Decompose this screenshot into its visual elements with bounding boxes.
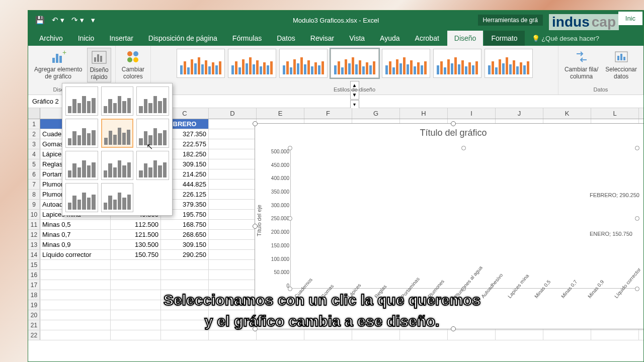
quick-layout-option-11[interactable]	[101, 183, 134, 212]
column-header-I[interactable]: I	[448, 108, 496, 119]
cell[interactable]: 309.150	[161, 240, 209, 249]
tell-me-search[interactable]: 💡 ¿Qué desea hacer?	[526, 31, 606, 46]
row-header-7[interactable]: 7	[28, 179, 40, 189]
column-header-J[interactable]: J	[496, 108, 543, 119]
row-header-5[interactable]: 5	[28, 159, 40, 169]
column-header-H[interactable]: H	[400, 108, 448, 119]
cell[interactable]	[209, 230, 257, 239]
select-all-corner[interactable]	[28, 108, 40, 119]
plot-area[interactable]	[290, 149, 636, 289]
cell[interactable]: 168.750	[161, 220, 209, 229]
row-header-2[interactable]: 2	[28, 129, 40, 139]
row-header-10[interactable]: 10	[28, 210, 40, 219]
cell[interactable]: Minas 0,5	[40, 220, 111, 229]
quick-layout-option-3[interactable]	[136, 86, 169, 116]
chart-style-option-4[interactable]	[331, 49, 379, 78]
tab-formulas[interactable]: Fórmulas	[225, 31, 269, 46]
tab-datos[interactable]: Datos	[270, 31, 302, 46]
cell[interactable]: 268.650	[161, 230, 209, 239]
cell[interactable]	[209, 280, 257, 290]
cell[interactable]	[209, 179, 257, 189]
select-data-button[interactable]: Seleccionar datos	[603, 48, 639, 81]
cell[interactable]	[209, 139, 257, 149]
column-header-D[interactable]: D	[209, 108, 257, 119]
chart-style-option-5[interactable]	[382, 49, 430, 78]
cell[interactable]	[209, 149, 257, 159]
quick-layout-option-9[interactable]	[136, 151, 169, 180]
row-header-17[interactable]: 17	[28, 280, 40, 290]
quick-layout-option-2[interactable]	[101, 86, 134, 116]
row-header-16[interactable]: 16	[28, 270, 40, 280]
row-header-15[interactable]: 15	[28, 260, 40, 269]
column-header-F[interactable]: F	[304, 108, 352, 119]
cell[interactable]: 112.500	[111, 220, 161, 229]
tab-formato[interactable]: Formato	[484, 31, 524, 46]
sign-in-button[interactable]: Inic	[618, 12, 642, 25]
row-header-1[interactable]: 1	[28, 119, 40, 129]
cell[interactable]	[161, 270, 209, 280]
column-header-E[interactable]: E	[257, 108, 304, 119]
cell[interactable]	[209, 240, 257, 249]
tab-vista[interactable]: Vista	[342, 31, 372, 46]
cell[interactable]: Minas 0,9	[40, 240, 111, 249]
quick-layout-option-10[interactable]	[65, 183, 98, 212]
cell[interactable]	[209, 129, 257, 139]
cell[interactable]: 150.750	[111, 250, 161, 259]
cell[interactable]	[161, 260, 209, 269]
row-header-6[interactable]: 6	[28, 169, 40, 179]
quick-layout-option-4[interactable]	[65, 119, 98, 148]
tab-archivo[interactable]: Archivo	[32, 31, 70, 46]
chart-style-option-7[interactable]	[485, 49, 533, 78]
cell[interactable]: Líquido corrector	[40, 250, 111, 259]
quick-layout-option-7[interactable]	[65, 151, 98, 180]
row-header-11[interactable]: 11	[28, 220, 40, 229]
tab-acrobat[interactable]: Acrobat	[408, 31, 446, 46]
data-label-callout[interactable]: FEBRERO; 290.250	[588, 192, 641, 199]
quick-layout-option-1[interactable]	[65, 86, 98, 116]
row-header-14[interactable]: 14	[28, 250, 40, 259]
cell[interactable]	[40, 280, 111, 290]
undo-icon[interactable]: ↶ ▾	[52, 16, 64, 25]
chart-style-option-1[interactable]	[177, 49, 225, 78]
quick-layout-option-8[interactable]	[101, 151, 134, 180]
cell[interactable]: 290.250	[161, 250, 209, 259]
cell[interactable]	[209, 169, 257, 179]
cell[interactable]: 130.500	[111, 240, 161, 249]
tab-insertar[interactable]: Insertar	[102, 31, 140, 46]
cell[interactable]	[40, 260, 111, 269]
row-header-8[interactable]: 8	[28, 190, 40, 199]
chart-title[interactable]: Título del gráfico	[255, 124, 643, 141]
tab-ayuda[interactable]: Ayuda	[373, 31, 407, 46]
chart-style-option-3[interactable]	[279, 49, 328, 78]
cell[interactable]	[209, 220, 257, 229]
tab-diseno[interactable]: Diseño	[447, 31, 484, 46]
y-axis-label[interactable]: Título del eje	[256, 205, 262, 236]
tab-revisar[interactable]: Revisar	[303, 31, 341, 46]
row-header-13[interactable]: 13	[28, 240, 40, 249]
quick-layout-button[interactable]: Diseño rápido	[87, 48, 111, 82]
qat-customize-icon[interactable]: ▾	[91, 16, 95, 25]
tab-inicio[interactable]: Inicio	[71, 31, 102, 46]
chart-style-option-6[interactable]	[433, 49, 481, 78]
tab-disposicion[interactable]: Disposición de página	[141, 31, 224, 46]
switch-row-column-button[interactable]: Cambiar fila/ columna	[562, 48, 600, 81]
chart-style-option-2[interactable]	[228, 49, 276, 78]
data-label-callout[interactable]: ENERO; 150.750	[588, 230, 634, 237]
redo-icon[interactable]: ↷ ▾	[71, 16, 84, 25]
cell[interactable]	[111, 280, 161, 290]
row-header-9[interactable]: 9	[28, 200, 40, 209]
cell[interactable]: Minas 0,7	[40, 230, 111, 239]
cell[interactable]: 121.500	[111, 230, 161, 239]
cell[interactable]	[209, 260, 257, 269]
add-chart-element-button[interactable]: + Agregar elemento de gráfico	[32, 48, 84, 82]
cell[interactable]	[209, 270, 257, 280]
row-header-12[interactable]: 12	[28, 230, 40, 239]
column-header-K[interactable]: K	[543, 108, 591, 119]
row-header-4[interactable]: 4	[28, 149, 40, 159]
row-header-3[interactable]: 3	[28, 139, 40, 149]
cell[interactable]	[209, 250, 257, 259]
cell[interactable]	[209, 210, 257, 219]
column-header-G[interactable]: G	[352, 108, 400, 119]
cell[interactable]	[111, 270, 161, 280]
cell[interactable]	[161, 280, 209, 290]
